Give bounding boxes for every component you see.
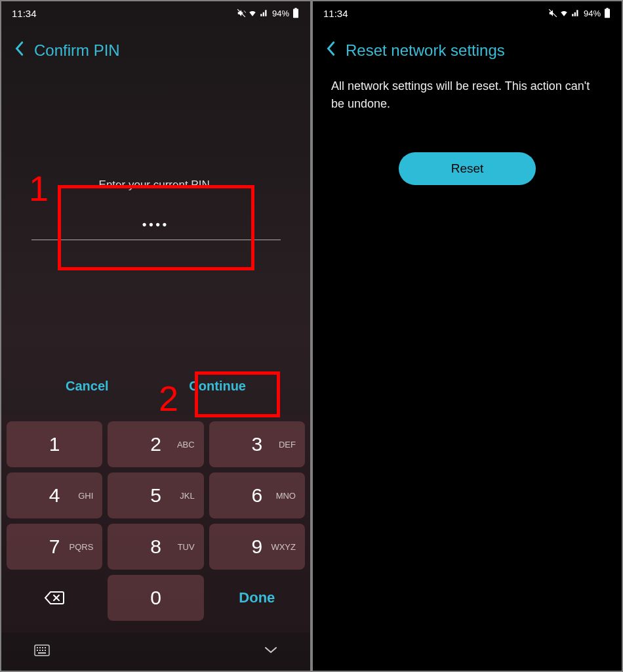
wifi-icon (559, 9, 569, 18)
chevron-left-icon (14, 41, 24, 56)
svg-rect-14 (605, 9, 610, 18)
svg-rect-15 (606, 8, 608, 9)
svg-rect-4 (37, 647, 38, 648)
key-6[interactable]: 6MNO (209, 472, 305, 518)
battery-icon (603, 8, 611, 18)
key-4[interactable]: 4GHI (7, 472, 102, 518)
numeric-keypad: 12ABC3DEF4GHI5JKL6MNO7PQRS8TUV9WXYZ 0 Do… (1, 415, 310, 633)
svg-rect-2 (294, 8, 296, 9)
key-2[interactable]: 2ABC (108, 421, 203, 467)
signal-icon (259, 9, 270, 18)
page-title: Reset network settings (346, 41, 505, 60)
key-8[interactable]: 8TUV (108, 524, 203, 570)
keyboard-switch-icon[interactable] (34, 644, 50, 659)
pin-entry-area: Enter your current PIN. •••• Cancel Cont… (1, 74, 310, 415)
status-bar: 11:34 94% (313, 1, 622, 25)
key-7[interactable]: 7PQRS (7, 524, 102, 570)
done-key[interactable]: Done (209, 575, 305, 621)
back-button[interactable] (326, 41, 335, 60)
svg-rect-9 (39, 650, 41, 651)
cancel-button[interactable]: Cancel (60, 371, 114, 402)
key-5[interactable]: 5JKL (108, 472, 203, 518)
reset-description: All network settings will be reset. This… (331, 77, 603, 113)
action-row: Cancel Continue (21, 371, 291, 402)
phone-left-confirm-pin: 11:34 94% Confirm PIN Enter your current… (1, 1, 310, 671)
header: Reset network settings (313, 25, 622, 74)
key-1[interactable]: 1 (7, 421, 102, 467)
key-3[interactable]: 3DEF (209, 421, 305, 467)
status-time: 11:34 (323, 8, 348, 19)
phone-right-reset-network: 11:34 94% Reset network settings All net… (313, 1, 622, 671)
key-9[interactable]: 9WXYZ (209, 524, 305, 570)
key-0[interactable]: 0 (108, 575, 203, 621)
back-button[interactable] (14, 41, 24, 60)
page-title: Confirm PIN (34, 41, 120, 60)
pin-prompt: Enter your current PIN. (99, 178, 213, 192)
signal-icon (571, 9, 581, 18)
svg-rect-10 (42, 650, 43, 651)
keyboard-collapse-icon[interactable] (264, 644, 277, 659)
keyboard-bottom-bar (1, 633, 310, 671)
continue-button[interactable]: Continue (184, 371, 251, 402)
header: Confirm PIN (1, 25, 310, 74)
svg-rect-7 (45, 647, 46, 648)
status-time: 11:34 (12, 8, 37, 19)
battery-text: 94% (584, 9, 601, 18)
pin-masked-value: •••• (142, 218, 169, 232)
backspace-key[interactable] (7, 575, 102, 621)
svg-rect-6 (42, 647, 43, 648)
chevron-left-icon (326, 41, 335, 56)
status-bar: 11:34 94% (1, 1, 310, 25)
backspace-icon (44, 590, 65, 606)
svg-rect-5 (39, 647, 41, 648)
svg-rect-1 (293, 9, 298, 18)
mute-icon (237, 9, 246, 18)
wifi-icon (247, 9, 258, 18)
status-right: 94% (237, 8, 300, 18)
battery-icon (292, 8, 300, 18)
status-right: 94% (548, 8, 611, 18)
reset-body: All network settings will be reset. This… (313, 74, 622, 185)
status-icons (548, 9, 581, 18)
reset-button[interactable]: Reset (399, 152, 536, 185)
svg-rect-11 (45, 650, 46, 651)
status-icons (237, 9, 270, 18)
svg-rect-12 (38, 652, 46, 654)
pin-underline (31, 240, 281, 240)
battery-text: 94% (272, 9, 289, 18)
mute-icon (548, 9, 557, 18)
svg-rect-8 (37, 650, 38, 651)
